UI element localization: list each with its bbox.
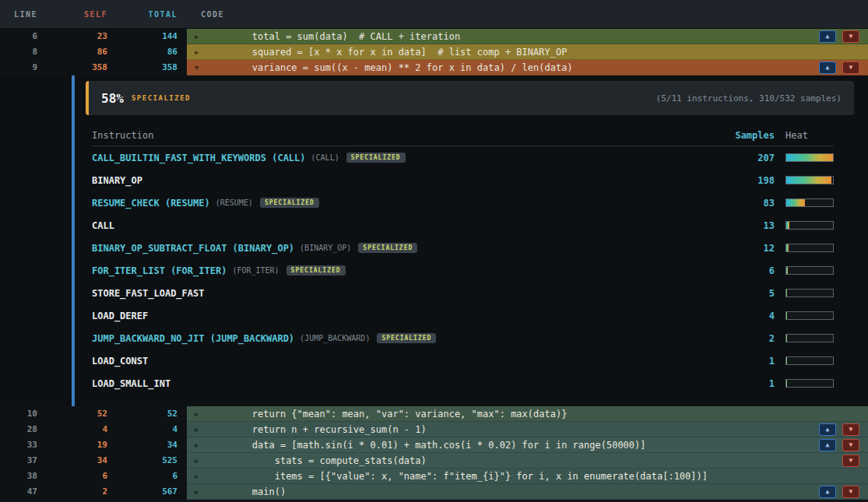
self-samples: 52 [47, 406, 117, 422]
code-cell[interactable]: ▶ squared = [x * x for x in data] # list… [187, 44, 868, 60]
heat-bar-fill [786, 357, 787, 364]
expand-icon[interactable]: ▶ [195, 29, 207, 44]
line-number: 37 [0, 453, 47, 469]
instruction-samples: 207 [720, 153, 775, 163]
instruction-name-cell: RESUME_CHECK (RESUME)(RESUME)SPECIALIZED [92, 198, 720, 209]
heat-bar [785, 153, 834, 162]
instruction-samples: 4 [720, 311, 775, 321]
line-number: 10 [0, 406, 47, 422]
specialized-badge: SPECIALIZED [346, 153, 406, 163]
expand-icon[interactable]: ▶ [195, 469, 207, 484]
heat-bar-fill [786, 267, 788, 274]
samples-column-header: Samples [720, 130, 775, 141]
code-cell[interactable]: ▶ stats = compute_stats(data)▼ [187, 453, 868, 469]
instruction-name-cell: LOAD_CONST [92, 356, 720, 367]
code-row: 2844▶ return n + recursive_sum(n - 1)▲▼ [0, 422, 868, 437]
heat-bar [785, 221, 834, 230]
code-text: total = sum(data) # CALL + iteration [207, 31, 460, 42]
heat-bar [785, 356, 834, 365]
code-row: 88686▶ squared = [x * x for x in data] #… [0, 44, 868, 60]
expand-icon[interactable]: ▶ [195, 406, 207, 422]
instruction-base-opcode: (CALL) [311, 153, 339, 162]
collapse-icon[interactable]: ▼ [195, 60, 207, 75]
total-samples: 525 [117, 453, 187, 469]
instruction-name-cell: BINARY_OP_SUBTRACT_FLOAT (BINARY_OP)(BIN… [92, 243, 720, 254]
code-cell[interactable]: ▼ variance = sum((x - mean) ** 2 for x i… [187, 60, 868, 75]
line-number: 9 [0, 60, 47, 75]
code-cell[interactable]: ▶ return n + recursive_sum(n - 1)▲▼ [187, 422, 868, 437]
self-samples: 34 [47, 453, 117, 469]
expand-icon[interactable]: ▶ [195, 44, 207, 60]
heat-bar [785, 244, 834, 252]
heat-bar [785, 334, 834, 342]
move-up-button[interactable]: ▲ [819, 486, 836, 498]
instruction-row: STORE_FAST_LOAD_FAST5 [92, 282, 834, 304]
instruction-base-opcode: (JUMP_BACKWARD) [300, 334, 370, 342]
heat-bar-fill [786, 312, 787, 319]
instruction-name: LOAD_DEREF [92, 311, 148, 321]
code-text: variance = sum((x - mean) ** 2 for x in … [207, 62, 573, 73]
line-number: 8 [0, 44, 47, 60]
move-down-button[interactable]: ▼ [842, 61, 859, 74]
self-samples: 6 [47, 469, 117, 484]
expand-icon[interactable]: ▶ [195, 453, 207, 469]
code-text: data = [math.sin(i * 0.01) + math.cos(i … [207, 440, 646, 451]
move-down-button[interactable]: ▼ [842, 423, 859, 436]
code-cell[interactable]: ▶ return {"mean": mean, "var": variance,… [187, 406, 868, 422]
specialization-panel: 58% SPECIALIZED (5/11 instructions, 310/… [0, 75, 868, 406]
code-text: stats = compute_stats(data) [207, 455, 427, 466]
total-samples: 86 [117, 44, 187, 60]
heat-column-header: Heat [785, 130, 834, 141]
column-header-self: SELF [47, 10, 117, 19]
move-down-button[interactable]: ▼ [842, 455, 859, 467]
instruction-samples: 12 [720, 243, 775, 254]
instruction-samples: 198 [720, 175, 775, 186]
code-cell[interactable]: ▶ total = sum(data) # CALL + iteration▲▼ [187, 29, 868, 44]
move-down-button[interactable]: ▼ [842, 439, 859, 451]
code-row: 105252▶ return {"mean": mean, "var": var… [0, 406, 868, 422]
total-samples: 4 [117, 422, 187, 437]
move-up-button[interactable]: ▲ [819, 439, 836, 451]
expand-icon[interactable]: ▶ [195, 422, 207, 437]
expand-icon[interactable]: ▶ [195, 484, 207, 500]
move-up-button[interactable]: ▲ [819, 30, 836, 43]
expand-icon[interactable]: ▶ [195, 437, 207, 453]
instruction-samples: 13 [720, 220, 775, 231]
instruction-base-opcode: (FOR_ITER) [232, 266, 279, 275]
code-cell[interactable]: ▶ data = [math.sin(i * 0.01) + math.cos(… [187, 437, 868, 453]
move-up-button[interactable]: ▲ [819, 423, 836, 436]
instruction-row: CALL_BUILTIN_FAST_WITH_KEYWORDS (CALL)(C… [92, 146, 834, 169]
instruction-name: LOAD_CONST [92, 356, 148, 367]
self-samples: 358 [47, 60, 117, 75]
instruction-samples: 1 [720, 356, 775, 367]
self-samples: 4 [47, 422, 117, 437]
specialized-badge: SPECIALIZED [286, 265, 346, 276]
move-up-button[interactable]: ▲ [819, 61, 836, 74]
instruction-name-cell: FOR_ITER_LIST (FOR_ITER)(FOR_ITER)SPECIA… [92, 265, 720, 276]
total-samples: 6 [117, 469, 187, 484]
heat-bar-fill [786, 380, 787, 387]
instruction-name-cell: LOAD_DEREF [92, 311, 720, 321]
instruction-samples: 83 [720, 198, 775, 209]
line-number: 28 [0, 422, 47, 437]
instruction-row: LOAD_CONST1 [92, 349, 834, 372]
heat-bar-fill [786, 154, 833, 161]
instruction-name: CALL_BUILTIN_FAST_WITH_KEYWORDS (CALL) [92, 153, 306, 163]
heat-bar-fill [786, 199, 805, 206]
code-row: 3866▶ items = [{"value": x, "name": f"it… [0, 469, 868, 484]
instruction-name: BINARY_OP [92, 175, 142, 186]
instruction-name-cell: CALL [92, 220, 720, 231]
specialized-percent: 58% [101, 91, 124, 106]
total-samples: 144 [117, 29, 187, 44]
code-cell[interactable]: ▶ items = [{"value": x, "name": f"item_{… [187, 469, 868, 484]
instruction-samples: 6 [720, 265, 775, 276]
self-samples: 86 [47, 44, 117, 60]
instruction-name-cell: BINARY_OP [92, 175, 720, 186]
move-down-button[interactable]: ▼ [842, 30, 859, 43]
code-cell[interactable]: ▶ main()▲▼ [187, 484, 868, 500]
specialization-callout: 58% SPECIALIZED (5/11 instructions, 310/… [86, 81, 854, 115]
code-text: squared = [x * x for x in data] # list c… [207, 47, 567, 58]
move-down-button[interactable]: ▼ [842, 486, 859, 498]
self-samples: 23 [47, 29, 117, 44]
instruction-name: RESUME_CHECK (RESUME) [92, 198, 210, 209]
